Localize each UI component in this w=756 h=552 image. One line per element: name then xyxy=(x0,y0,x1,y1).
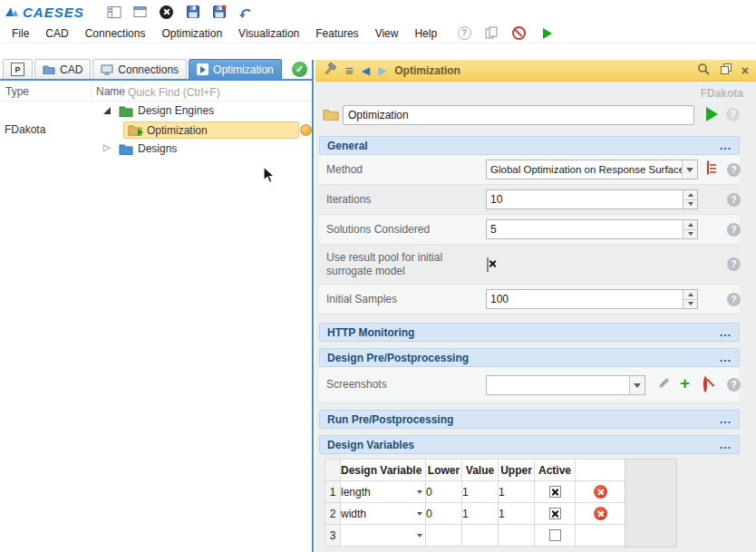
duplicate-icon[interactable] xyxy=(481,24,501,43)
lower-cell[interactable] xyxy=(426,525,462,547)
iterations-spinner[interactable] xyxy=(486,189,698,209)
tools-hammer-icon[interactable] xyxy=(323,62,337,79)
chevron-down-icon[interactable] xyxy=(682,160,697,179)
chevron-down-icon[interactable] xyxy=(417,490,422,494)
lower-cell[interactable]: 0 xyxy=(426,481,462,503)
clear-forbidden-icon[interactable] xyxy=(703,376,707,392)
section-header-design-variables[interactable]: Design Variables ... xyxy=(319,435,740,454)
delete-cell[interactable] xyxy=(576,503,626,525)
help-badge-icon[interactable]: ? xyxy=(727,293,741,306)
expander-expanded-icon[interactable] xyxy=(103,107,111,114)
menu-optimization[interactable]: Optimization xyxy=(153,25,230,42)
editor-menu-icon[interactable]: ≡ xyxy=(345,64,354,77)
section-options-icon[interactable]: ... xyxy=(720,140,732,152)
status-indicator[interactable] xyxy=(300,124,312,136)
help-badge-icon[interactable]: ? xyxy=(727,193,741,207)
value-cell[interactable] xyxy=(462,525,499,547)
new-window-icon[interactable] xyxy=(131,3,150,21)
method-combo[interactable]: Global Optimization on Response Surface xyxy=(486,160,698,179)
section-options-icon[interactable]: ... xyxy=(720,352,732,364)
nav-back-icon[interactable]: ◀ xyxy=(362,64,370,77)
solutions-spinner[interactable] xyxy=(486,219,698,239)
tree-type-fdakota[interactable]: FDakota xyxy=(5,123,45,136)
menu-visualization[interactable]: Visualization xyxy=(230,25,307,42)
menu-view[interactable]: View xyxy=(367,25,407,42)
value-cell[interactable]: 1 xyxy=(462,481,499,503)
lower-cell[interactable]: 0 xyxy=(426,503,462,525)
workspace-layout-icon[interactable] xyxy=(105,3,123,21)
tab-project[interactable]: P xyxy=(3,59,33,79)
chevron-down-icon[interactable] xyxy=(417,512,422,516)
iterations-input[interactable] xyxy=(487,190,683,208)
solutions-input[interactable] xyxy=(487,220,683,238)
manila-folder-icon[interactable] xyxy=(323,108,339,123)
screenshots-combo[interactable] xyxy=(486,375,645,395)
upper-cell[interactable]: 1 xyxy=(499,481,535,503)
active-checkbox[interactable] xyxy=(549,529,561,541)
initial-samples-input[interactable] xyxy=(487,290,683,308)
edit-pencil-icon[interactable] xyxy=(656,377,671,394)
help-badge-icon[interactable]: ? xyxy=(726,108,740,121)
active-cell[interactable] xyxy=(535,481,576,503)
result-pool-checkbox[interactable] xyxy=(487,257,489,272)
spin-down-icon[interactable] xyxy=(683,229,697,239)
tree-item-optimization-selected[interactable]: Optimization xyxy=(123,121,299,139)
search-icon[interactable] xyxy=(697,63,711,79)
expander-collapsed-icon[interactable]: ▷ xyxy=(103,143,111,152)
menu-help[interactable]: Help xyxy=(406,25,445,42)
active-checkbox[interactable] xyxy=(549,508,561,519)
spin-up-icon[interactable] xyxy=(683,290,697,299)
validation-ok-icon[interactable]: ✓ xyxy=(292,62,307,77)
spin-up-icon[interactable] xyxy=(683,190,697,199)
variable-name-cell[interactable]: length xyxy=(341,481,426,503)
tree-row-design-engines[interactable]: Design Engines xyxy=(0,102,312,121)
tab-connections[interactable]: Connections xyxy=(92,59,187,79)
section-options-icon[interactable]: ... xyxy=(720,413,732,426)
delete-cell[interactable] xyxy=(576,525,626,547)
tab-cad[interactable]: CAD xyxy=(34,59,91,79)
variable-name-cell[interactable]: width xyxy=(341,503,426,525)
object-name-input[interactable] xyxy=(343,105,694,125)
tab-optimization[interactable]: Optimization xyxy=(189,59,282,79)
tree-row-optimization[interactable]: FDakota Optimization xyxy=(0,121,312,140)
chevron-down-icon[interactable] xyxy=(629,376,645,394)
run-icon[interactable] xyxy=(538,24,557,43)
help-badge-icon[interactable]: ? xyxy=(727,163,741,177)
method-settings-icon[interactable] xyxy=(707,160,709,175)
menu-cad[interactable]: CAD xyxy=(37,25,76,42)
run-optimization-icon[interactable] xyxy=(706,107,718,121)
tree-row-designs[interactable]: ▷ Designs xyxy=(0,140,312,159)
section-options-icon[interactable]: ... xyxy=(720,326,732,339)
close-all-icon[interactable] xyxy=(158,3,176,21)
spin-up-icon[interactable] xyxy=(683,220,697,229)
help-badge-icon[interactable]: ? xyxy=(727,223,741,237)
close-icon[interactable]: × xyxy=(741,63,749,78)
chevron-down-icon[interactable] xyxy=(417,534,422,537)
delete-cell[interactable] xyxy=(576,481,626,503)
delete-row-icon[interactable] xyxy=(594,485,607,499)
tree-label-design-engines[interactable]: Design Engines xyxy=(138,104,214,117)
value-cell[interactable]: 1 xyxy=(462,503,499,525)
menu-connections[interactable]: Connections xyxy=(77,25,154,42)
section-header-http-monitoring[interactable]: HTTP Monitoring ... xyxy=(319,323,740,342)
active-cell[interactable] xyxy=(535,503,576,525)
section-options-icon[interactable]: ... xyxy=(720,439,732,451)
help-badge-icon[interactable]: ? xyxy=(727,257,741,271)
section-header-general[interactable]: General ... xyxy=(319,136,740,155)
section-header-run-prepost[interactable]: Run Pre/Postprocessing ... xyxy=(319,410,740,429)
save-all-icon[interactable] xyxy=(210,3,228,21)
save-icon[interactable] xyxy=(184,3,202,21)
variable-name-cell[interactable] xyxy=(341,525,426,547)
help-icon[interactable]: ? xyxy=(454,24,474,43)
initial-samples-spinner[interactable] xyxy=(486,289,698,309)
menu-file[interactable]: File xyxy=(4,25,37,42)
nav-forward-icon[interactable]: ▶ xyxy=(378,64,386,77)
section-header-design-prepost[interactable]: Design Pre/Postprocessing ... xyxy=(319,348,740,367)
quick-find-input[interactable] xyxy=(126,83,307,101)
add-icon[interactable]: + xyxy=(680,375,690,392)
spin-down-icon[interactable] xyxy=(683,199,697,209)
upper-cell[interactable] xyxy=(499,525,535,547)
detach-window-icon[interactable] xyxy=(720,63,732,78)
undo-icon[interactable] xyxy=(237,3,255,21)
upper-cell[interactable]: 1 xyxy=(499,503,535,525)
